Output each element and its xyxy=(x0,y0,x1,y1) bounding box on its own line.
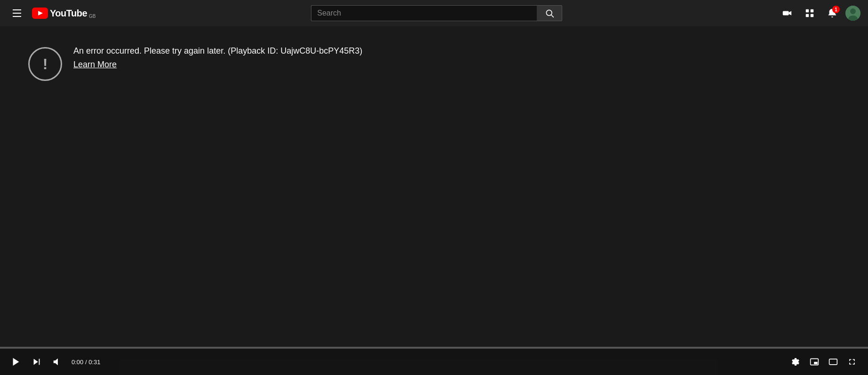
svg-rect-7 xyxy=(806,14,809,17)
search-input[interactable] xyxy=(311,5,537,21)
svg-marker-15 xyxy=(54,359,58,366)
svg-rect-18 xyxy=(814,362,818,364)
play-icon xyxy=(11,357,21,367)
learn-more-link[interactable]: Learn More xyxy=(73,60,362,70)
svg-rect-4 xyxy=(783,11,789,15)
country-badge: GB xyxy=(89,14,96,19)
logo-area[interactable]: YouTube GB xyxy=(32,8,96,19)
topbar: YouTube GB xyxy=(0,0,868,26)
theater-icon xyxy=(828,357,838,367)
exclamation-icon: ! xyxy=(43,56,48,72)
settings-button[interactable] xyxy=(787,353,804,370)
video-controls: 0:00 / 0:31 xyxy=(0,347,868,375)
svg-rect-5 xyxy=(806,9,809,12)
miniplayer-button[interactable] xyxy=(806,353,823,370)
user-avatar[interactable] xyxy=(845,6,860,21)
volume-icon xyxy=(52,357,63,367)
svg-rect-6 xyxy=(811,9,813,12)
topbar-right: 1 xyxy=(778,4,860,23)
search-area xyxy=(311,5,562,21)
controls-row: 0:00 / 0:31 xyxy=(0,349,868,375)
svg-marker-13 xyxy=(34,359,38,365)
youtube-wordmark: YouTube xyxy=(50,8,87,18)
apps-grid-icon xyxy=(804,8,815,18)
error-text-block: An error occurred. Please try again late… xyxy=(73,45,362,70)
time-display: 0:00 / 0:31 xyxy=(72,359,100,366)
upload-video-button[interactable] xyxy=(778,4,796,23)
youtube-logo-icon xyxy=(32,8,48,19)
svg-line-3 xyxy=(551,15,554,17)
fullscreen-button[interactable] xyxy=(844,353,860,370)
error-message: An error occurred. Please try again late… xyxy=(73,45,362,57)
error-inner: ! An error occurred. Please try again la… xyxy=(28,45,362,81)
video-camera-icon xyxy=(782,8,792,18)
menu-button[interactable] xyxy=(8,4,26,23)
svg-rect-19 xyxy=(829,359,837,365)
volume-button[interactable] xyxy=(49,353,66,370)
apps-button[interactable] xyxy=(800,4,819,23)
svg-point-10 xyxy=(850,8,856,14)
search-icon xyxy=(545,8,554,18)
next-button[interactable] xyxy=(28,353,45,370)
notifications-button[interactable]: 1 xyxy=(823,4,842,23)
error-container: ! An error occurred. Please try again la… xyxy=(0,26,868,347)
fullscreen-icon xyxy=(847,357,857,367)
settings-icon xyxy=(791,357,800,367)
progress-bar[interactable] xyxy=(0,347,868,349)
error-icon: ! xyxy=(28,47,62,81)
controls-right xyxy=(787,353,860,370)
skip-next-icon xyxy=(32,357,42,367)
svg-rect-14 xyxy=(39,359,40,365)
theater-button[interactable] xyxy=(825,353,842,370)
video-area: ! An error occurred. Please try again la… xyxy=(0,26,868,375)
avatar-image xyxy=(845,6,860,21)
search-button[interactable] xyxy=(537,5,562,21)
svg-marker-12 xyxy=(13,358,19,366)
miniplayer-icon xyxy=(810,357,819,367)
svg-rect-8 xyxy=(811,14,813,17)
notification-count-badge: 1 xyxy=(832,6,840,13)
play-button[interactable] xyxy=(8,353,24,370)
